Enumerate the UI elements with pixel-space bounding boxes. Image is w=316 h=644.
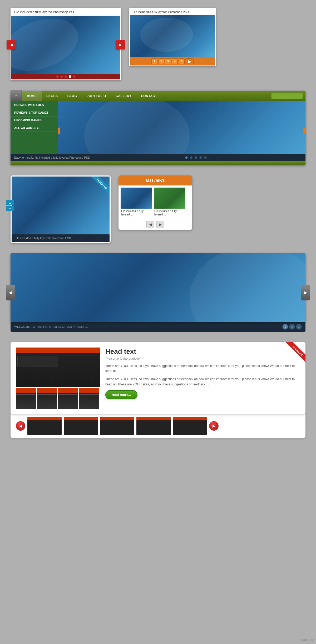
news-thumb-1: File included a fully layered ...	[121, 188, 152, 217]
thumb-strip-prev[interactable]: ◀	[16, 421, 25, 431]
portfolio-sub-2	[37, 388, 57, 409]
row1-sliders: File included a fully layered Photoshop …	[11, 8, 305, 80]
row2-nav-slider: ⌂ HOME PAGES BLOG PORTFOLIO GALLERY CONT…	[11, 91, 305, 165]
watermark: 06188021	[300, 638, 313, 641]
featured-ribbon-label: featured	[91, 177, 110, 195]
page-btn-3[interactable]: 3	[165, 58, 171, 64]
news-prev-button[interactable]: ◀	[146, 221, 154, 228]
wide-slider	[11, 253, 305, 322]
portfolio-body-2: These are YOUR sites, so if you have sug…	[105, 377, 300, 387]
portfolio-stack	[16, 388, 100, 409]
dropdown-item-3[interactable]: ALL WII GAMES »	[11, 124, 58, 132]
featured-next-button[interactable]: ▼	[6, 206, 14, 211]
thumb-item-2[interactable]	[64, 417, 98, 435]
slider1-title: File included a fully layered Photoshop …	[11, 9, 120, 16]
nav-item-gallery[interactable]: GALLERY	[111, 91, 136, 101]
news-thumb-caption-1: File included a fully layered ...	[121, 209, 152, 217]
portfolio-ribbon: featured	[279, 342, 305, 369]
portfolio-sub-3	[58, 388, 78, 409]
wide-slider-pagination: 1 2 3	[282, 324, 302, 330]
nav-dot-5[interactable]	[204, 156, 207, 159]
portfolio-subtitle: "welcome to the portfolio"	[105, 357, 300, 360]
nav-item-contact[interactable]: CONTACT	[136, 91, 162, 101]
thumb-item-3[interactable]	[100, 417, 134, 435]
slider1-next-button[interactable]: ▶	[116, 40, 125, 49]
page-btn-1[interactable]: 1	[151, 58, 157, 64]
slider1-content	[11, 16, 120, 74]
page-btn-5[interactable]: 5	[179, 58, 185, 64]
slider2-title: File included a fully layered Photoshop …	[130, 9, 215, 15]
nav-item-blog[interactable]: BLOG	[63, 91, 82, 101]
page-btn-2[interactable]: 2	[158, 58, 164, 64]
last-news-widget: last news File included a fully layered …	[118, 175, 192, 230]
portfolio-ribbon-label: featured	[286, 342, 305, 363]
nav-item-home[interactable]: HOME	[22, 91, 42, 101]
nav-dropdown: BROWSE WII GAMES REVIEWS & TOP GAMES UPC…	[11, 101, 58, 154]
wide-num-2[interactable]: 2	[289, 324, 295, 330]
portfolio-images	[16, 348, 100, 409]
wide-num-3[interactable]: 3	[296, 324, 302, 330]
featured-nav-arrows: ▲ ▼	[6, 200, 14, 211]
portfolio-text-area: Head text "welcome to the portfolio" The…	[105, 348, 300, 399]
nav-footer-text: Easy to modify, file included a fully la…	[14, 156, 90, 159]
portfolio-sub-1	[16, 388, 36, 409]
thumb-item-4[interactable]	[136, 417, 171, 435]
thumb-item-1[interactable]	[27, 417, 62, 435]
nav-search-bar[interactable]	[271, 93, 303, 99]
dropdown-item-2[interactable]: UPCOMING GAMES	[11, 117, 58, 124]
featured-prev-button[interactable]: ▲	[6, 200, 14, 205]
read-more-button[interactable]: read more...	[105, 390, 137, 399]
news-next-button[interactable]: ▶	[156, 221, 164, 228]
row3: featured ▲ ▼ File included a fully layer…	[11, 175, 305, 243]
slider1-prev-button[interactable]: ◀	[7, 40, 16, 49]
dot-2[interactable]	[60, 75, 63, 78]
nav-slider-footer: Easy to modify, file included a fully la…	[11, 154, 305, 161]
nav-bottom-bar	[11, 161, 305, 165]
thumb-strip-next[interactable]: ▶	[209, 421, 219, 431]
nav-item-pages[interactable]: PAGES	[42, 91, 63, 101]
dot-3[interactable]	[65, 75, 67, 78]
nav-dot-2[interactable]	[190, 156, 192, 159]
home-icon[interactable]: ⌂	[11, 90, 22, 102]
slider2-content	[130, 15, 215, 57]
nav-slider-next[interactable]: ▶	[303, 125, 305, 136]
news-thumb-img-1	[121, 188, 152, 209]
dot-1[interactable]	[56, 75, 59, 78]
portfolio-heading: Head text	[105, 348, 300, 356]
dropdown-item-1[interactable]: REVIEWS & TOP GAMES	[11, 109, 58, 117]
wide-footer-text: WELCOME TO THE PORTFOLIO OF JOHN DOE! ..…	[14, 325, 88, 328]
nav-slider-prev[interactable]: ◀	[58, 125, 60, 136]
slider1: File included a fully layered Photoshop …	[11, 8, 121, 80]
nav-dot-3[interactable]	[195, 156, 197, 159]
slider1-dots	[11, 74, 120, 79]
last-news-header: last news	[118, 175, 192, 185]
featured-ribbon: featured	[86, 177, 110, 200]
portfolio-main-image	[16, 348, 100, 387]
news-nav: ◀ ▶	[118, 219, 192, 230]
news-thumbnails: File included a fully layered ... File i…	[118, 185, 192, 219]
nav-dot-4[interactable]	[199, 156, 202, 159]
wide-num-1[interactable]: 1	[282, 324, 288, 330]
page-btn-4[interactable]: 4	[172, 58, 178, 64]
nav-slider: ⌂ HOME PAGES BLOG PORTFOLIO GALLERY CONT…	[11, 91, 305, 165]
news-thumb-caption-2: File included a fully layered ...	[154, 209, 185, 217]
slider2: File included a fully layered Photoshop …	[129, 8, 216, 66]
featured-footer: File included a fully layered Photoshop …	[12, 234, 110, 242]
dropdown-item-0[interactable]: BROWSE WII GAMES	[11, 101, 58, 109]
slider2-next-button[interactable]: ▶	[186, 58, 194, 64]
nav-footer-dots	[90, 156, 302, 159]
nav-item-portfolio[interactable]: PORTFOLIO	[82, 91, 111, 101]
row5-portfolio: featured	[11, 342, 305, 438]
thumb-strip: ◀ ▶	[16, 417, 300, 435]
news-thumb-img-2	[154, 188, 185, 209]
wide-slider-prev[interactable]: ◀	[6, 285, 15, 300]
portfolio-body-1: These are YOUR sites, so if you have sug…	[105, 364, 300, 374]
featured-content: featured	[12, 177, 110, 234]
nav-dot-1[interactable]	[185, 156, 188, 159]
news-thumb-2: File included a fully layered ...	[154, 188, 185, 217]
thumb-item-5[interactable]	[173, 417, 207, 435]
dot-5[interactable]	[73, 75, 76, 78]
wide-slider-next[interactable]: ▶	[301, 285, 310, 300]
nav-bar: ⌂ HOME PAGES BLOG PORTFOLIO GALLERY CONT…	[11, 91, 305, 101]
dot-4[interactable]	[69, 75, 71, 78]
